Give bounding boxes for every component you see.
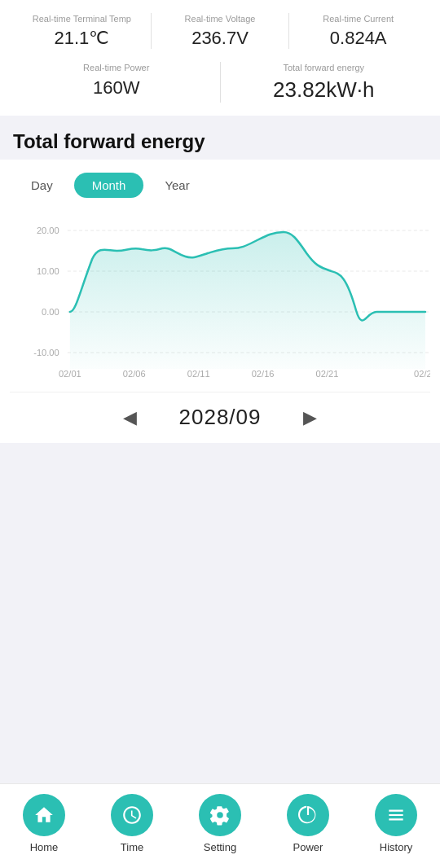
chart-card: Day Month Year 20.00 10.00 0.00 -10.00 0… bbox=[0, 160, 440, 443]
time-icon-circle bbox=[111, 794, 153, 836]
setting-icon-circle bbox=[199, 794, 241, 836]
next-date-button[interactable]: ▶ bbox=[293, 404, 327, 432]
prev-date-button[interactable]: ◀ bbox=[113, 404, 147, 432]
power-label: Real-time Power bbox=[83, 62, 149, 73]
x-label-0211: 02/11 bbox=[187, 369, 210, 379]
y-label-neg10: -10.00 bbox=[33, 348, 59, 357]
setting-icon bbox=[209, 804, 231, 826]
tab-year[interactable]: Year bbox=[147, 173, 207, 198]
nav-label-time: Time bbox=[121, 841, 143, 853]
current-stat: Real-time Current 0.824A bbox=[293, 13, 424, 49]
history-icon bbox=[385, 804, 407, 826]
current-value: 0.824A bbox=[330, 28, 387, 49]
home-icon-circle bbox=[23, 794, 65, 836]
chart-wrap: 20.00 10.00 0.00 -10.00 02/01 02/06 02/1… bbox=[10, 206, 430, 385]
time-icon bbox=[121, 804, 143, 826]
x-label-0216: 02/16 bbox=[252, 369, 275, 379]
stats-section: Real-time Terminal Temp 21.1℃ Real-time … bbox=[0, 0, 440, 116]
date-nav-label: 2028/09 bbox=[179, 405, 262, 430]
current-label: Real-time Current bbox=[323, 13, 394, 24]
nav-item-setting[interactable]: Setting bbox=[176, 794, 264, 853]
bottom-nav: Home Time Setting Power bbox=[0, 783, 440, 868]
chart-fill bbox=[70, 232, 425, 369]
terminal-temp-label: Real-time Terminal Temp bbox=[33, 13, 131, 24]
nav-item-history[interactable]: History bbox=[352, 794, 440, 853]
y-label-10: 10.00 bbox=[37, 266, 59, 276]
nav-item-power[interactable]: Power bbox=[264, 794, 352, 853]
y-label-20: 20.00 bbox=[37, 226, 59, 235]
total-energy-value: 23.82kW·h bbox=[273, 77, 374, 103]
history-icon-circle bbox=[375, 794, 417, 836]
nav-item-time[interactable]: Time bbox=[88, 794, 176, 853]
x-label-0221: 02/21 bbox=[316, 369, 339, 379]
home-icon bbox=[33, 804, 55, 826]
chart-svg: 20.00 10.00 0.00 -10.00 02/01 02/06 02/1… bbox=[10, 206, 430, 385]
power-icon-circle bbox=[287, 794, 329, 836]
terminal-temp-value: 21.1℃ bbox=[54, 28, 109, 49]
x-label-0206: 02/06 bbox=[123, 369, 146, 379]
nav-label-power: Power bbox=[293, 841, 323, 853]
voltage-label: Real-time Voltage bbox=[185, 13, 256, 24]
terminal-temp-stat: Real-time Terminal Temp 21.1℃ bbox=[16, 13, 147, 49]
tab-day[interactable]: Day bbox=[13, 173, 71, 198]
voltage-value: 236.7V bbox=[191, 28, 249, 49]
x-label-0229: 02/29 bbox=[414, 369, 430, 379]
total-energy-label: Total forward energy bbox=[283, 62, 364, 73]
power-value: 160W bbox=[93, 77, 139, 99]
nav-label-history: History bbox=[380, 841, 412, 853]
x-label-0201: 02/01 bbox=[59, 369, 81, 379]
y-label-0: 0.00 bbox=[42, 307, 59, 317]
total-energy-stat: Total forward energy 23.82kW·h bbox=[224, 62, 425, 102]
section-title: Total forward energy bbox=[0, 116, 440, 160]
tab-month[interactable]: Month bbox=[74, 173, 144, 198]
voltage-stat: Real-time Voltage 236.7V bbox=[155, 13, 286, 49]
nav-label-home: Home bbox=[30, 841, 59, 853]
power-stat: Real-time Power 160W bbox=[16, 62, 217, 102]
nav-label-setting: Setting bbox=[204, 841, 236, 853]
tab-bar: Day Month Year bbox=[10, 173, 430, 198]
power-icon bbox=[297, 804, 319, 826]
nav-item-home[interactable]: Home bbox=[0, 794, 88, 853]
date-nav: ◀ 2028/09 ▶ bbox=[10, 392, 430, 443]
